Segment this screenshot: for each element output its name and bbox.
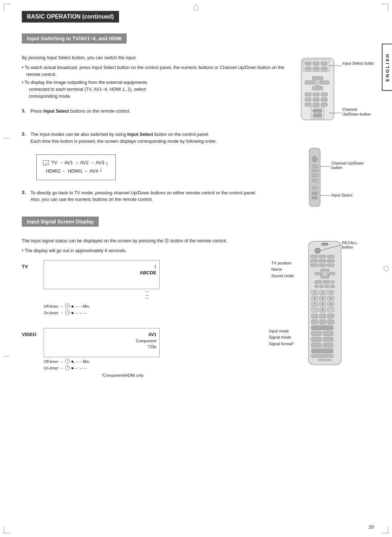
video-off-timer-val: ■, -- -- Min. [71, 359, 90, 364]
tv-pos-ann: TV position [271, 260, 294, 267]
svg-rect-65 [327, 255, 334, 258]
svg-rect-84 [331, 280, 334, 283]
corner-mark-tl [4, 4, 11, 11]
svg-rect-122 [311, 343, 322, 347]
svg-text:RECALL: RECALL [342, 241, 358, 245]
video-input-mode: AV1 [136, 331, 156, 338]
video-screen-info: AV1 Component 720p [136, 331, 156, 350]
svg-rect-115 [319, 320, 326, 324]
left-center-mark2 [4, 356, 9, 356]
tv-screen-info: 1 ABCDE [140, 263, 156, 276]
svg-rect-71 [327, 264, 334, 267]
english-sidebar: ENGLISH [382, 44, 392, 91]
svg-text:button: button [331, 165, 343, 170]
step1-text: Press Input Select buttons on the remote… [30, 108, 131, 115]
svg-rect-34 [312, 174, 318, 177]
svg-text:7: 7 [314, 302, 315, 306]
sub-header-1: Input Switching to TV/AV1~4, and HDMI [22, 33, 127, 44]
tv-display-wrapper: 1 ABCDE [44, 260, 268, 316]
svg-text:HITACHI: HITACHI [318, 358, 331, 362]
svg-text:3: 3 [330, 291, 331, 294]
tv-off-timer-val: ■, -- -- Min. [71, 304, 90, 308]
sub-header-2: Input Signal Screen Display [22, 217, 99, 227]
main-header: BASIC OPERATION (continued) [22, 11, 119, 23]
svg-rect-13 [313, 93, 319, 96]
svg-rect-70 [319, 264, 326, 267]
svg-text:4: 4 [314, 296, 315, 300]
tv-on-timer-icon [65, 310, 70, 316]
video-display-wrapper: AV1 Component 720p Off-timer → [44, 328, 265, 377]
video-signal-format-ann: Signal format* [269, 341, 294, 347]
remote-images-col: Input Select buttons Channel Up/Down but… [294, 54, 377, 213]
svg-rect-110 [327, 308, 334, 312]
page-number: 20 [369, 524, 374, 530]
svg-text:Channel Up/Down: Channel Up/Down [331, 161, 364, 165]
svg-rect-88 [330, 285, 335, 288]
svg-rect-16 [313, 98, 319, 101]
video-screen: AV1 Component 720p [44, 328, 160, 357]
video-off-timer: Off-timer → ■, -- -- Min. [44, 359, 265, 364]
corner-mark-br [381, 526, 388, 533]
svg-rect-64 [319, 255, 326, 258]
video-timer-area: Off-timer → ■, -- -- Min. On-timer → [44, 359, 265, 371]
remote3-svg: HITACHI [298, 238, 374, 376]
svg-text:6: 6 [330, 296, 331, 300]
tv-name: ABCDE [140, 269, 156, 276]
svg-rect-117 [311, 326, 333, 330]
svg-rect-32 [312, 165, 318, 167]
video-input-mode-ann: Input mode [269, 328, 294, 335]
svg-rect-67 [319, 259, 326, 262]
svg-rect-87 [325, 285, 329, 288]
svg-rect-17 [321, 98, 327, 101]
svg-rect-36 [312, 186, 318, 189]
step3-text: To directly go back to TV mode, pressing… [30, 190, 256, 203]
svg-rect-12 [305, 93, 311, 96]
svg-rect-1 [305, 62, 311, 65]
svg-text:8: 8 [322, 302, 323, 306]
svg-rect-80 [329, 272, 335, 275]
remote3-section: HITACHI [294, 238, 377, 383]
step2: 2. The Input modes can be also switched … [22, 131, 294, 145]
svg-rect-18 [305, 103, 311, 106]
svg-text:Input Select buttons: Input Select buttons [342, 61, 374, 65]
svg-rect-66 [310, 259, 318, 262]
svg-rect-21 [313, 109, 322, 113]
remote1-svg: Input Select buttons Channel Up/Down but… [294, 54, 374, 134]
video-on-timer: On-timer → ■ -- : -- -- [44, 365, 265, 371]
svg-text:Up/Down button: Up/Down button [342, 112, 371, 116]
svg-rect-119 [323, 331, 333, 336]
video-label: VIDEO [22, 332, 36, 337]
svg-rect-20 [321, 103, 327, 106]
tv-display-layout: TV 1 ABCDE [22, 260, 294, 316]
step1: 1. Press Input Select buttons on the rem… [22, 108, 294, 115]
left-center-mark [4, 138, 9, 138]
svg-rect-120 [311, 337, 322, 342]
section2-left: The input signal status can be displayed… [22, 238, 294, 383]
video-on-timer-val: ■ -- : -- -- [71, 366, 86, 370]
svg-rect-22 [313, 114, 322, 117]
svg-rect-112 [319, 314, 326, 318]
remote2-svg: Channel Up/Down button Input Select [294, 146, 374, 212]
svg-text:R: R [317, 250, 318, 252]
video-display-layout: VIDEO AV1 Component 720p [22, 328, 294, 377]
step2-num: 2. [22, 131, 28, 137]
tv-name-ann: Name [271, 266, 294, 273]
flow-line2: HDMI2 ← HDMI1 ← AV4 ┘ [43, 167, 109, 175]
english-label: ENGLISH [385, 53, 390, 82]
video-on-timer-label: On-timer [44, 366, 58, 370]
tv-annotations: TV position Name Sound mode [271, 260, 294, 279]
section2-layout: The input signal status can be displayed… [22, 238, 377, 383]
tv-label: TV [22, 264, 28, 269]
svg-rect-116 [327, 320, 334, 324]
video-box-col: AV1 Component 720p Off-timer → [44, 328, 265, 377]
step3-num: 3. [22, 190, 28, 195]
section2-intro: The input signal status can be displayed… [22, 238, 294, 245]
top-center-mark [196, 4, 196, 9]
section1-bullet2: • To display the image outputting from t… [22, 79, 294, 100]
step3: 3. To directly go back to TV mode, press… [22, 190, 294, 203]
svg-rect-3 [321, 62, 327, 65]
svg-rect-111 [311, 314, 318, 318]
svg-text:Channel: Channel [342, 107, 357, 112]
tv-on-timer: On-timer → ■ -- : -- -- [44, 310, 268, 316]
tv-on-timer-val: ■ -- : -- -- [71, 311, 86, 315]
